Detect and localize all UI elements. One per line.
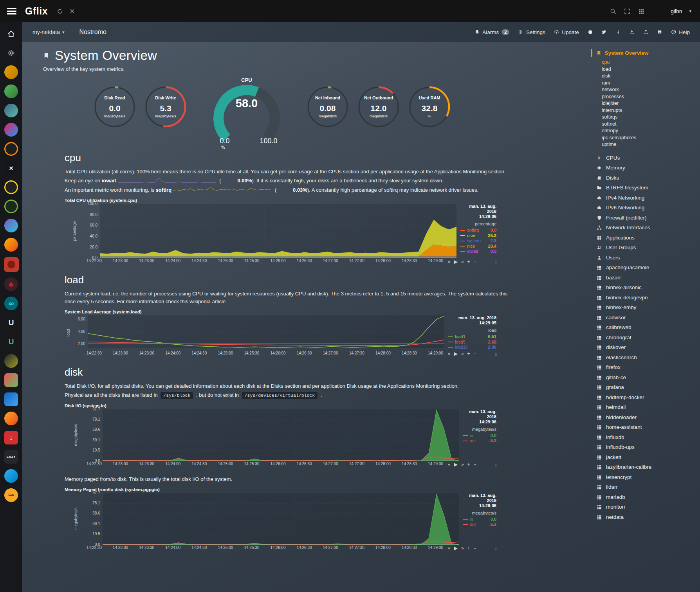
facebook-icon[interactable]	[615, 29, 621, 35]
chart-cpu[interactable]: Total CPU utilization (system.cpu) perce…	[65, 198, 497, 265]
search-icon[interactable]	[610, 8, 617, 15]
menu-sub-ram[interactable]: ram	[591, 80, 700, 87]
chart-pan-left-button[interactable]: «	[448, 351, 451, 356]
app-flame-circle[interactable]	[4, 238, 18, 252]
app-purple-circle[interactable]	[4, 219, 18, 232]
app-cyan-circle[interactable]: ∞	[4, 297, 18, 310]
gauge-disk-read[interactable]: Disk Read 0.0 megabytes/s	[93, 85, 136, 128]
menu-app-letsencrypt[interactable]: letsencrypt	[591, 472, 700, 482]
legend-user[interactable]: user35.3	[460, 233, 496, 239]
alarms-button[interactable]: Alarms2	[474, 29, 510, 35]
menu-sub-cpu[interactable]: cpu	[591, 59, 700, 66]
app-dark-x[interactable]: ×	[4, 161, 18, 175]
menu-system-overview[interactable]: System Overview	[591, 49, 700, 57]
gauge-net-inbound[interactable]: Net Inbound 0.08 megabits/s	[306, 85, 349, 128]
username[interactable]: gilbn	[671, 8, 682, 14]
menu-app-home-assistant[interactable]: home-assistant	[591, 422, 700, 432]
download-icon[interactable]	[629, 29, 635, 35]
chart-load[interactable]: System Load Average (system.load) load 2…	[65, 309, 497, 357]
app-netdata-active[interactable]	[4, 257, 19, 272]
chart-zoom-in-button[interactable]: +	[467, 462, 470, 467]
menu-sub-load[interactable]: load	[591, 66, 700, 73]
legend-nice[interactable]: nice20.4	[460, 244, 496, 249]
app-search-ring[interactable]	[4, 142, 18, 156]
chart-pgpgio[interactable]: Memory Paged from/to disk (system.pgpgio…	[65, 487, 497, 551]
chart-pan-left-button[interactable]: «	[448, 545, 451, 551]
upload-icon[interactable]	[643, 29, 649, 35]
chart-zoom-out-button[interactable]: −	[474, 351, 476, 356]
menu-app-hiddenloader[interactable]: hiddenloader	[591, 412, 700, 423]
menu-section-user-groups[interactable]: User Groups	[591, 243, 700, 253]
menu-app-bazarr[interactable]: bazarr	[591, 273, 700, 283]
chart-disk[interactable]: Disk I/O (system.io) megabytes/s 0.019.5…	[65, 403, 497, 468]
menu-app-cadvisor[interactable]: cadvisor	[591, 313, 700, 323]
menu-sub-softirqs[interactable]: softirqs	[591, 114, 700, 121]
menu-sub-entropy[interactable]: entropy	[591, 128, 700, 135]
chart-zoom-out-button[interactable]: −	[474, 545, 476, 551]
menu-app-netdata[interactable]: netdata	[591, 512, 700, 522]
menu-app-lidarr[interactable]: lidarr	[591, 482, 700, 492]
app-redgreen-tile[interactable]	[4, 373, 18, 387]
legend-in[interactable]: in0.0	[463, 517, 496, 522]
gauge-net-outbound[interactable]: Net Outbound 12.0 megabits/s	[357, 85, 400, 128]
app-sab-circle[interactable]: sab	[4, 488, 18, 502]
menu-section-ipv4-networking[interactable]: IPv4 Networking	[591, 193, 700, 203]
chart-resize-handle[interactable]: ↕	[495, 462, 498, 468]
chart-pan-right-button[interactable]: »	[461, 259, 464, 265]
home-button[interactable]	[4, 27, 18, 41]
menu-sub-disk[interactable]: disk	[591, 73, 700, 80]
app-drop-circle[interactable]	[4, 469, 18, 483]
help-button[interactable]: Help	[671, 29, 690, 35]
app-yellow-ring[interactable]	[4, 180, 18, 194]
settings-button[interactable]	[4, 46, 18, 60]
menu-section-disks[interactable]: Disks	[591, 173, 700, 183]
twitter-icon[interactable]	[601, 29, 607, 35]
menu-app-hddtemp-docker[interactable]: hddtemp-docker	[591, 392, 700, 403]
menu-app-elasticsearch[interactable]: elasticsearch	[591, 353, 700, 363]
legend-iowait[interactable]: iowait0.0	[460, 249, 496, 254]
chart-zoom-in-button[interactable]: +	[467, 351, 470, 356]
chart-play-button[interactable]: ▶	[454, 545, 458, 551]
legend-in[interactable]: in0.0	[463, 433, 496, 439]
chart-pan-left-button[interactable]: «	[448, 259, 451, 265]
legend-system[interactable]: system2.3	[460, 238, 496, 244]
menu-app-binhex-delugevpn[interactable]: binhex-delugevpn	[591, 293, 700, 303]
legend-load5[interactable]: load52.68	[448, 340, 496, 345]
registry-dropdown[interactable]: my-netdata▾	[32, 29, 65, 35]
menu-app-lazylibrarian-calibre[interactable]: lazylibrarian-calibre	[591, 462, 700, 472]
menu-sub-network[interactable]: network	[591, 86, 700, 94]
menu-app-calibreweb[interactable]: calibreweb	[591, 322, 700, 333]
chart-play-button[interactable]: ▶	[454, 462, 458, 467]
legend-load15[interactable]: load152.06	[448, 345, 496, 350]
app-olive-circle[interactable]	[4, 354, 18, 368]
chart-pan-right-button[interactable]: »	[461, 351, 464, 356]
menu-section-firewall-netfilter-[interactable]: Firewall (netfilter)	[591, 213, 700, 223]
menu-section-cpus[interactable]: CPUs	[591, 153, 700, 163]
menu-section-network-interfaces[interactable]: Network Interfaces	[591, 223, 700, 233]
fullscreen-icon[interactable]	[624, 8, 631, 15]
chart-zoom-out-button[interactable]: −	[474, 462, 476, 467]
hamburger-menu-icon[interactable]	[7, 8, 16, 14]
menu-section-memory[interactable]: Memory	[591, 163, 700, 173]
user-caret-icon[interactable]: ▾	[689, 9, 691, 14]
app-teal-circle[interactable]	[4, 104, 18, 117]
legend-softirq[interactable]: softirq0.0	[460, 228, 496, 233]
gauge-used-ram[interactable]: Used RAM 32.8 %	[408, 85, 451, 128]
chart-play-button[interactable]: ▶	[454, 351, 458, 356]
app-white-u[interactable]: U	[4, 316, 18, 329]
chart-zoom-in-button[interactable]: +	[467, 545, 470, 551]
menu-app-jackett[interactable]: jackett	[591, 452, 700, 462]
app-fox-circle[interactable]	[4, 412, 18, 425]
menu-sub-uptime[interactable]: uptime	[591, 141, 700, 148]
chart-zoom-in-button[interactable]: +	[467, 259, 470, 265]
app-maroon-circle[interactable]: ♣	[4, 277, 18, 291]
chart-plot-area[interactable]	[103, 409, 459, 461]
menu-sub-interrupts[interactable]: interrupts	[591, 107, 700, 114]
menu-app-influxdb-ups[interactable]: influxdb-ups	[591, 442, 700, 452]
menu-app-diskover[interactable]: diskover	[591, 342, 700, 353]
menu-app-grafana[interactable]: grafana	[591, 382, 700, 392]
menu-section-applications[interactable]: Applications	[591, 233, 700, 243]
github-icon[interactable]	[588, 29, 593, 35]
print-icon[interactable]	[657, 29, 662, 35]
menu-section-btrfs-filesystem[interactable]: BTRFS filesystem	[591, 183, 700, 193]
